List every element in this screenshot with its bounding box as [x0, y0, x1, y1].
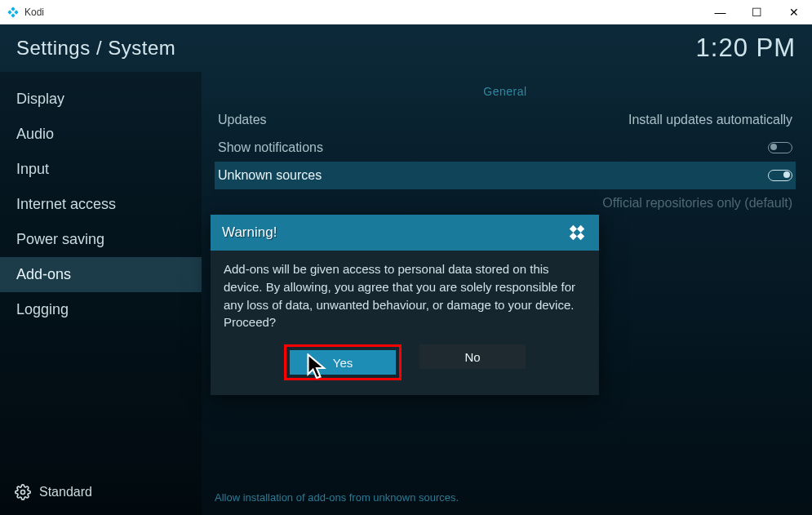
sidebar-item-input[interactable]: Input	[0, 152, 202, 187]
dialog-body: Add-ons will be given access to personal…	[211, 251, 599, 344]
yes-button[interactable]: Yes	[290, 350, 396, 375]
breadcrumb: Settings / System	[16, 37, 175, 60]
settings-level-label: Standard	[39, 485, 92, 499]
minimize-button[interactable]: —	[702, 0, 739, 24]
svg-rect-3	[577, 233, 584, 240]
svg-rect-1	[577, 225, 584, 233]
sidebar-item-logging[interactable]: Logging	[0, 292, 202, 327]
setting-value: Install updates automatically	[628, 113, 792, 127]
help-text: Allow installation of add-ons from unkno…	[215, 491, 459, 504]
kodi-icon	[566, 222, 588, 243]
clock: 1:20 PM	[696, 33, 796, 63]
highlight-annotation: Yes	[284, 344, 402, 380]
dialog-title: Warning!	[222, 224, 566, 241]
setting-value: Official repositories only (default)	[602, 196, 792, 211]
setting-label: Unknown sources	[218, 168, 768, 183]
svg-point-0	[21, 491, 25, 495]
app-root: Settings / System 1:20 PM Display Audio …	[0, 24, 812, 515]
svg-rect-4	[570, 233, 577, 240]
sidebar-item-internet-access[interactable]: Internet access	[0, 187, 202, 222]
window-title: Kodi	[24, 7, 702, 18]
sidebar-item-display[interactable]: Display	[0, 82, 202, 117]
header: Settings / System 1:20 PM	[0, 24, 812, 72]
setting-unknown-sources[interactable]: Unknown sources	[215, 162, 796, 189]
setting-updates[interactable]: Updates Install updates automatically	[215, 106, 796, 134]
window-titlebar: Kodi — ☐ ✕	[0, 0, 812, 24]
setting-label: Updates	[218, 113, 628, 127]
gear-icon	[15, 484, 31, 500]
dialog-title-bar: Warning!	[211, 215, 599, 251]
sidebar-item-addons[interactable]: Add-ons	[0, 257, 202, 292]
setting-show-notifications[interactable]: Show notifications	[215, 134, 796, 162]
no-button[interactable]: No	[419, 344, 526, 369]
section-header: General	[215, 72, 796, 106]
setting-label: Show notifications	[218, 140, 768, 155]
settings-level[interactable]: Standard	[0, 473, 202, 515]
svg-rect-2	[570, 225, 577, 233]
sidebar-item-audio[interactable]: Audio	[0, 117, 202, 152]
warning-dialog: Warning! Add-ons will be given access to…	[211, 215, 599, 395]
toggle-off-icon[interactable]	[768, 142, 792, 153]
close-button[interactable]: ✕	[775, 0, 812, 24]
setting-update-repos[interactable]: Official repositories only (default)	[215, 189, 796, 217]
maximize-button[interactable]: ☐	[739, 0, 775, 24]
toggle-on-icon[interactable]	[768, 170, 792, 181]
sidebar: Display Audio Input Internet access Powe…	[0, 72, 202, 515]
sidebar-item-power-saving[interactable]: Power saving	[0, 222, 202, 257]
kodi-icon	[7, 6, 20, 19]
